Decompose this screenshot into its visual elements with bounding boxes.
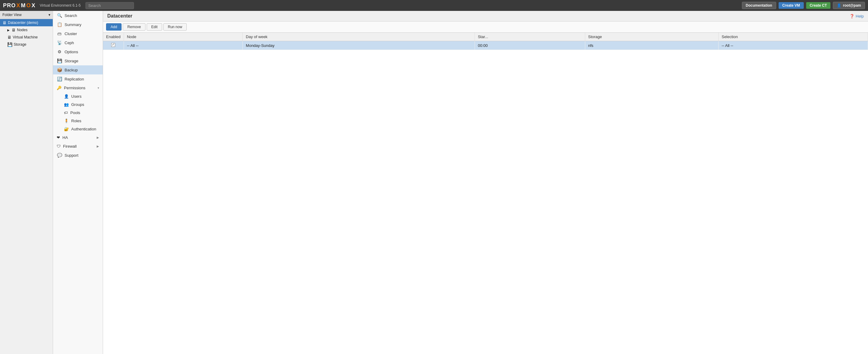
nav-ceph-label: Ceph	[65, 40, 74, 45]
remove-button[interactable]: Remove	[123, 23, 146, 31]
roles-icon: 🧍	[64, 118, 69, 123]
enabled-checkbox[interactable]	[111, 43, 115, 47]
tree-item-datacenter[interactable]: 🖥 Datacenter (demo)	[0, 19, 53, 26]
nav-item-groups[interactable]: 👥 Groups	[53, 101, 103, 109]
chevron-down-icon: ▾	[49, 13, 50, 17]
nav-item-ha[interactable]: ❤ HA ▶	[53, 133, 103, 142]
main-layout: Folder View ▾ 🖥 Datacenter (demo) ▶ 🖥 No…	[0, 11, 868, 354]
nav-item-users[interactable]: 👤 Users	[53, 92, 103, 101]
storage-nav-icon: 💾	[57, 59, 62, 63]
nav-roles-label: Roles	[71, 118, 81, 123]
nav-summary-label: Summary	[65, 23, 82, 27]
nav-item-roles[interactable]: 🧍 Roles	[53, 117, 103, 125]
folder-view-selector[interactable]: Folder View ▾	[0, 11, 53, 19]
user-button[interactable]: 👤 root@pam	[833, 2, 865, 9]
col-enabled: Enabled	[103, 33, 124, 41]
nav-permissions-label: Permissions	[64, 85, 86, 90]
replication-icon: 🔄	[57, 76, 62, 81]
nav-backup-label: Backup	[65, 68, 78, 72]
run-now-button[interactable]: Run now	[163, 23, 187, 31]
ceph-icon: 📡	[57, 40, 62, 45]
nav-replication-label: Replication	[65, 77, 84, 81]
app-version: Virtual Environment 6.1-5	[40, 3, 81, 7]
firewall-expand-icon: ▶	[97, 145, 99, 148]
user-icon: 👤	[837, 3, 841, 7]
create-vm-button[interactable]: Create VM	[779, 2, 804, 9]
content-area: Datacenter ❓ Help Add Remove Edit Run no…	[103, 11, 868, 354]
nav-item-backup[interactable]: 📦 Backup	[53, 65, 103, 74]
selection-cell: -- All --	[718, 41, 868, 50]
nav-options-label: Options	[65, 49, 78, 54]
content-toolbar: Add Remove Edit Run now	[103, 22, 868, 33]
col-selection: Selection	[718, 33, 868, 41]
support-icon: 💬	[57, 153, 62, 157]
nav-item-storage[interactable]: 💾 Storage	[53, 56, 103, 65]
create-ct-button[interactable]: Create CT	[806, 2, 831, 9]
add-button[interactable]: Add	[106, 23, 122, 31]
nav-cluster-label: Cluster	[65, 32, 77, 36]
nav-pools-label: Pools	[70, 110, 80, 115]
search-input[interactable]	[86, 2, 134, 9]
nav-search-label: Search	[65, 13, 77, 18]
vm-icon: 🖥	[7, 35, 11, 40]
col-node: Node	[124, 33, 243, 41]
storage-cell: nfs	[585, 41, 718, 50]
nav-groups-label: Groups	[71, 102, 84, 107]
ha-icon: ❤	[57, 135, 60, 140]
tree-item-virtual-machine[interactable]: 🖥 Virtual Machine	[0, 34, 53, 41]
nav-item-support[interactable]: 💬 Support	[53, 151, 103, 160]
documentation-button[interactable]: Documentation	[742, 2, 776, 9]
tree-item-nodes-label: Nodes	[17, 28, 28, 32]
permissions-expand-icon: ▾	[98, 86, 99, 90]
cluster-icon: 🗃	[57, 31, 62, 36]
folder-view-label: Folder View	[2, 13, 22, 17]
content-header: Datacenter ❓ Help	[103, 11, 868, 22]
topbar: PROXMOX Virtual Environment 6.1-5 Docume…	[0, 0, 868, 11]
permissions-icon: 🔑	[57, 85, 62, 90]
nav-item-replication[interactable]: 🔄 Replication	[53, 74, 103, 83]
nav-authentication-label: Authentication	[71, 127, 96, 131]
tree-item-datacenter-label: Datacenter (demo)	[8, 21, 38, 25]
tree-item-storage[interactable]: 💾 Storage	[0, 41, 53, 48]
nav-support-label: Support	[65, 153, 79, 157]
storage-icon: 💾	[7, 42, 12, 47]
page-title: Datacenter	[107, 13, 132, 19]
help-button[interactable]: ❓ Help	[849, 14, 864, 19]
sidebar: Folder View ▾ 🖥 Datacenter (demo) ▶ 🖥 No…	[0, 11, 53, 354]
nav-item-cluster[interactable]: 🗃 Cluster	[53, 29, 103, 38]
nav-item-authentication[interactable]: 🔐 Authentication	[53, 125, 103, 133]
nav-item-ceph[interactable]: 📡 Ceph	[53, 38, 103, 47]
table-row[interactable]: -- All -- Monday-Sunday 00:00 nfs -- All…	[103, 41, 868, 50]
help-icon: ❓	[849, 14, 855, 19]
options-icon: ⚙	[57, 49, 62, 54]
tree-item-nodes[interactable]: ▶ 🖥 Nodes	[0, 26, 53, 34]
firewall-icon: 🛡	[57, 144, 61, 148]
nav-item-permissions[interactable]: 🔑 Permissions ▾	[53, 83, 103, 92]
nav-item-search[interactable]: 🔍 Search	[53, 11, 103, 20]
day-of-week-cell: Monday-Sunday	[243, 41, 475, 50]
middle-nav: 🔍 Search 📋 Summary 🗃 Cluster 📡 Ceph ⚙ Op…	[53, 11, 103, 354]
nav-firewall-label: Firewall	[63, 144, 77, 148]
groups-icon: 👥	[64, 102, 69, 107]
nav-item-pools[interactable]: 🏷 Pools	[53, 109, 103, 117]
nav-item-firewall[interactable]: 🛡 Firewall ▶	[53, 142, 103, 151]
nodes-icon: 🖥	[11, 28, 16, 32]
start-time-cell: 00:00	[475, 41, 585, 50]
tree-item-storage-label: Storage	[13, 42, 26, 46]
authentication-icon: 🔐	[64, 127, 69, 131]
backup-icon: 📦	[57, 68, 62, 72]
users-icon: 👤	[64, 94, 69, 99]
table-container: Enabled Node Day of week Star... Storage…	[103, 33, 868, 354]
nav-item-summary[interactable]: 📋 Summary	[53, 20, 103, 29]
enabled-cell	[103, 41, 124, 50]
nav-users-label: Users	[71, 94, 82, 99]
ha-expand-icon: ▶	[97, 136, 99, 139]
col-storage: Storage	[585, 33, 718, 41]
search-icon: 🔍	[57, 13, 62, 18]
nav-storage-label: Storage	[65, 59, 79, 63]
edit-button[interactable]: Edit	[147, 23, 162, 31]
node-cell: -- All --	[124, 41, 243, 50]
logo: PROXMOX	[3, 2, 35, 9]
col-day-of-week: Day of week	[243, 33, 475, 41]
nav-item-options[interactable]: ⚙ Options	[53, 47, 103, 56]
